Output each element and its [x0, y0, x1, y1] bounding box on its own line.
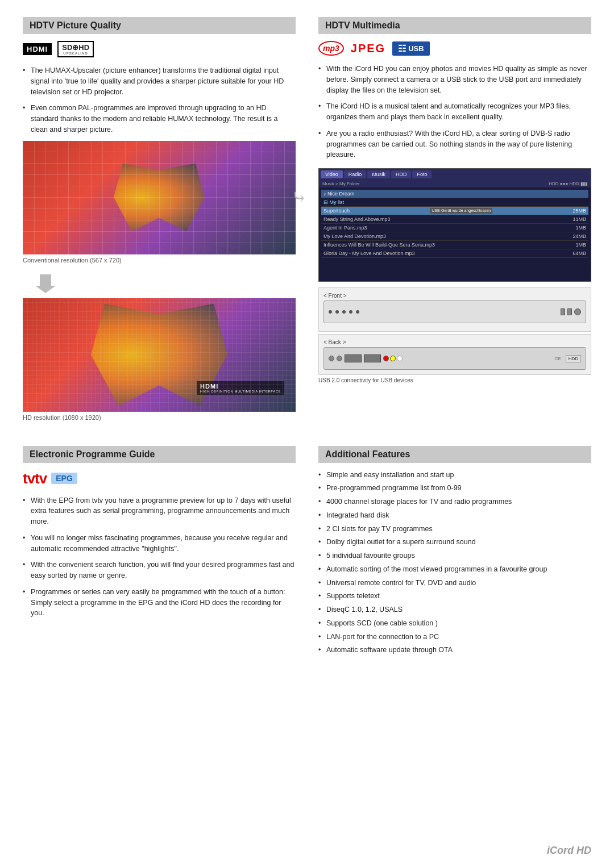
device-front-diagram: < Front >	[318, 287, 591, 332]
feature-3: 4000 channel storage places for TV and r…	[318, 496, 591, 507]
front-dot-2	[335, 310, 339, 314]
feature-6: Dolby digital outlet for a superb surrou…	[318, 537, 591, 548]
hd-res-label: HD resolution (1080 x 1920)	[23, 414, 296, 421]
device-back-label: < Back >	[323, 339, 586, 345]
mp3-logo: mp3	[318, 41, 344, 56]
front-round-port	[574, 308, 581, 315]
front-dot-3	[342, 310, 346, 314]
tab-hdd: HDD	[391, 170, 412, 178]
feature-5: 2 CI slots for pay TV programmes	[318, 524, 591, 535]
pq-bullets: The HUMAX-Upscaler (picture enhancer) tr…	[23, 65, 296, 135]
arrow-right-icon: ⤷	[292, 186, 307, 208]
ms-row-3: My Love And Devotion.mp324MB	[321, 232, 588, 241]
picture-quality-header: HDTV Picture Quality	[23, 17, 296, 34]
butterfly-wing-low	[114, 164, 205, 232]
epg-bullets: With the EPG from tvtv you have a progra…	[23, 495, 296, 619]
hdd-label: HDD	[566, 355, 581, 362]
front-dot-4	[349, 310, 352, 314]
bottom-grid: Electronic Programme Guide tvtv EPG With…	[23, 446, 591, 659]
feature-7: 5 individual favourite groups	[318, 550, 591, 561]
epg-header: Electronic Programme Guide	[23, 446, 296, 463]
back-ce-mark: CE	[555, 356, 561, 361]
feature-14: Automatic software update through OTA	[318, 645, 591, 656]
front-dot-1	[329, 310, 332, 314]
sdhd-text: SD⊕HD	[62, 43, 89, 52]
hd-butterfly-image: HDMI HIGH DEFINITION MULTIMEDIA INTERFAC…	[23, 298, 296, 412]
mm-logos: mp3 JPEG ☷ USB	[318, 41, 591, 56]
epg-bullet-2: You will no longer miss fascinating prog…	[23, 533, 296, 554]
back-hdd-area: CE HDD	[555, 355, 581, 362]
back-port-1	[329, 356, 334, 361]
epg-bullet-3: With the convenient search function, you…	[23, 560, 296, 581]
brand-footer: iCord HD	[547, 845, 591, 857]
back-scart-2	[364, 354, 381, 362]
device-back-view: CE HDD	[323, 347, 586, 370]
butterfly-wing-high	[91, 304, 227, 406]
mm-bullets: With the iCord HD you can enjoy photos a…	[318, 64, 591, 160]
front-usb-ports	[561, 308, 581, 315]
back-rca-3	[397, 356, 403, 361]
back-port-2	[337, 356, 342, 361]
upscaling-text: UPSCALING	[63, 52, 88, 55]
feature-12: Supports SCD (one cable solution )	[318, 618, 591, 629]
tab-musik: Musik	[367, 170, 390, 178]
mm-bullet-1: With the iCord HD you can enjoy photos a…	[318, 64, 591, 95]
usb-logo: ☷ USB	[392, 41, 429, 56]
sdhd-logo: SD⊕HD UPSCALING	[57, 41, 94, 57]
feature-13: LAN-port for the connection to a PC	[318, 632, 591, 642]
conventional-res-label: Conventional resolution (567 x 720)	[23, 257, 296, 264]
ms-filelist: ♪ Nice Dream ⊟ My list SupertouchUSB-Ger…	[319, 187, 591, 260]
feature-1: Simple and easy installation and start u…	[318, 470, 591, 481]
section-additional: Additional Features Simple and easy inst…	[313, 446, 591, 659]
ms-row-5: Gloria Day - My Love And Devotion.mp364M…	[321, 249, 588, 258]
conventional-res-block: ⤷	[23, 141, 296, 254]
pq-bullet-2: Even common PAL-programmes are improved …	[23, 103, 296, 135]
feature-11: DiseqC 1.0, 1.2, USALS	[318, 604, 591, 615]
mm-screenshot: Video Radio Musik HDD Foto Musik > My Fo…	[318, 168, 591, 282]
additional-header: Additional Features	[318, 446, 591, 463]
epg-logos: tvtv EPG	[23, 470, 296, 487]
ms-row-supertouch: SupertouchUSB-Gerät wurde angeschlossen2…	[321, 207, 588, 215]
conventional-butterfly-image	[23, 141, 296, 254]
feature-10: Supports teletext	[318, 591, 591, 602]
down-arrow-icon	[34, 272, 296, 296]
front-usb-port-1	[561, 308, 565, 315]
additional-features-list: Simple and easy installation and start u…	[318, 470, 591, 656]
mm-bullet-3: Are you a radio enthusiast? With the iCo…	[318, 128, 591, 160]
back-rca-2	[390, 356, 396, 361]
usb-trident-icon: ☷	[398, 43, 406, 54]
usb-connectivity-label: USB 2.0 connectivity for USB devices	[318, 377, 591, 383]
ms-row-1: Ready String And Above.mp311MB	[321, 215, 588, 224]
tab-foto: Foto	[412, 170, 432, 178]
ms-breadcrumb: Musik > My Folder HDD ●●● HDD ▮▮▮	[319, 180, 591, 187]
back-rca-ports	[383, 356, 403, 361]
epg-badge: EPG	[51, 473, 77, 484]
jpeg-logo: JPEG	[351, 42, 385, 55]
pq-logos: HDMI SD⊕HD UPSCALING	[23, 41, 296, 57]
feature-8: Automatic sorting of the most viewed pro…	[318, 564, 591, 575]
multimedia-header: HDTV Multimedia	[318, 17, 591, 34]
front-dot-5	[356, 310, 359, 314]
pq-images: ⤷ Conventional resolution (567 x 720) HD…	[23, 141, 296, 421]
tvtv-logo: tvtv	[23, 470, 47, 487]
epg-bullet-4: Programmes or series can very easily be …	[23, 587, 296, 619]
pq-bullet-1: The HUMAX-Upscaler (picture enhancer) tr…	[23, 65, 296, 97]
back-rca-1	[383, 356, 389, 361]
epg-bullet-1: With the EPG from tvtv you have a progra…	[23, 495, 296, 527]
ms-row-4: Influences Will Be Will Build-Que Sera S…	[321, 241, 588, 249]
page: HDTV Picture Quality HDMI SD⊕HD UPSCALIN…	[0, 0, 614, 692]
section-multimedia: HDTV Multimedia mp3 JPEG ☷ USB With the …	[313, 17, 591, 429]
ms-topbar: Video Radio Musik HDD Foto	[319, 169, 591, 180]
front-usb-port-2	[567, 308, 572, 315]
tab-radio: Radio	[344, 170, 367, 178]
top-grid: HDTV Picture Quality HDMI SD⊕HD UPSCALIN…	[23, 17, 591, 429]
ms-row-2: Agent In Paris.mp31MB	[321, 224, 588, 232]
feature-2: Pre-programmed programme list from 0-99	[318, 483, 591, 494]
device-back-diagram: < Back > CE HDD	[318, 334, 591, 375]
tab-video: Video	[321, 170, 343, 178]
hdmi-watermark: HDMI HIGH DEFINITION MULTIMEDIA INTERFAC…	[197, 381, 284, 395]
mm-bullet-2: The iCord HD is a musical talent and aut…	[318, 101, 591, 123]
section-picture-quality: HDTV Picture Quality HDMI SD⊕HD UPSCALIN…	[23, 17, 301, 429]
section-epg: Electronic Programme Guide tvtv EPG With…	[23, 446, 301, 659]
hdmi-logo: HDMI	[23, 43, 52, 55]
